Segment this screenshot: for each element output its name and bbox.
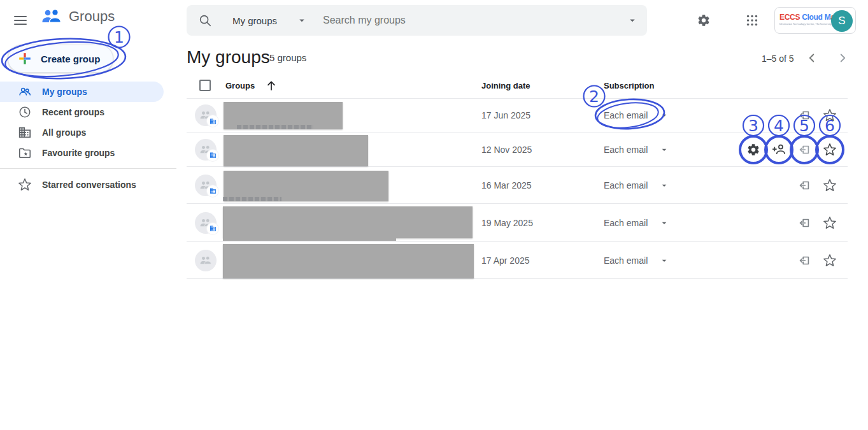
leave-group-button[interactable]: [793, 211, 816, 234]
subscription-dropdown[interactable]: Each email: [604, 145, 669, 155]
organization-badge-icon: [207, 150, 218, 161]
google-plus-icon: [18, 52, 32, 66]
subscription-dropdown[interactable]: Each email: [604, 218, 669, 228]
joining-date: 19 May 2025: [481, 218, 533, 228]
subscription-value: Each email: [604, 145, 648, 155]
organization-badge-icon: [207, 115, 218, 127]
sidebar-item-recent-groups[interactable]: Recent groups: [0, 102, 164, 122]
sidebar-item-label: Favourite groups: [42, 148, 115, 158]
chevron-down-icon: [659, 145, 669, 155]
sidebar-divider: [0, 168, 176, 169]
subscription-value: Each email: [604, 255, 648, 266]
sidebar: Create group My groups Recent groups All…: [0, 41, 176, 430]
redacted-text-peek: [237, 125, 313, 129]
chevron-right-icon: [836, 51, 850, 65]
app-logo: Groups: [39, 8, 115, 25]
sidebar-item-all-groups[interactable]: All groups: [0, 122, 164, 143]
redacted-group-name: [223, 206, 473, 238]
leave-group-button[interactable]: [793, 104, 816, 127]
table-row[interactable]: 12 Nov 2025 Each email: [187, 133, 848, 167]
table-row[interactable]: 17 Apr 2025 Each email: [187, 242, 848, 279]
sidebar-item-label: Recent groups: [42, 107, 104, 117]
exit-icon: [797, 254, 811, 268]
table-row[interactable]: 17 Jun 2025 Each email: [187, 99, 848, 133]
previous-page-button[interactable]: [799, 45, 825, 71]
exit-icon: [797, 216, 811, 230]
person-add-icon: [772, 142, 786, 157]
joining-date: 17 Jun 2025: [481, 110, 530, 120]
column-header-groups[interactable]: Groups: [225, 81, 255, 90]
groups-logo-icon: [39, 8, 64, 25]
sidebar-item-label: Starred conversations: [42, 180, 136, 190]
star-group-button[interactable]: [818, 138, 841, 161]
sort-ascending-arrow-icon[interactable]: [264, 78, 278, 92]
create-group-label: Create group: [41, 54, 100, 64]
group-avatar: [195, 139, 217, 161]
organization-badge-icon: [207, 223, 218, 234]
main-content: My groups 5 groups 1–5 of 5 Groups Joini…: [187, 0, 862, 430]
folder-star-icon: [18, 146, 32, 160]
redacted-group-name: [223, 236, 396, 241]
group-count: 5 groups: [269, 52, 306, 63]
star-group-button[interactable]: [818, 211, 841, 234]
subscription-dropdown[interactable]: Each email: [604, 255, 669, 266]
joining-date: 12 Nov 2025: [481, 145, 532, 155]
star-icon: [823, 216, 837, 230]
star-icon: [18, 178, 32, 192]
star-group-button[interactable]: [818, 249, 841, 272]
create-group-button[interactable]: Create group: [8, 45, 113, 73]
group-avatar: [195, 212, 217, 234]
leave-group-button[interactable]: [793, 174, 816, 197]
select-all-checkbox[interactable]: [199, 80, 211, 91]
sidebar-item-favourite-groups[interactable]: Favourite groups: [0, 143, 164, 163]
subscription-value: Each email: [604, 218, 648, 228]
sidebar-item-label: All groups: [42, 127, 86, 138]
star-icon: [823, 108, 837, 122]
redacted-group-name: [223, 244, 474, 278]
pagination-range: 1–5 of 5: [762, 54, 794, 64]
people-icon: [18, 85, 32, 99]
exit-icon: [797, 178, 811, 192]
subscription-dropdown[interactable]: Each email: [604, 180, 669, 190]
gear-icon: [746, 143, 760, 157]
joining-date: 16 Mar 2025: [481, 180, 532, 190]
joining-date: 17 Apr 2025: [481, 255, 530, 266]
sidebar-item-label: My groups: [42, 87, 87, 97]
chevron-down-icon: [659, 218, 669, 228]
leave-group-button[interactable]: [793, 138, 816, 161]
star-icon: [823, 178, 837, 192]
chevron-down-icon: [659, 110, 669, 120]
menu-icon[interactable]: [11, 11, 29, 29]
next-page-button[interactable]: [830, 45, 855, 71]
subscription-value: Each email: [604, 180, 648, 190]
building-icon: [18, 125, 32, 140]
group-avatar: [195, 250, 217, 271]
sidebar-item-my-groups[interactable]: My groups: [0, 82, 164, 102]
table-header: Groups Joining date Subscription: [187, 73, 848, 99]
page-title: My groups: [187, 47, 270, 68]
subscription-value: Each email: [604, 110, 648, 120]
sidebar-item-starred-conversations[interactable]: Starred conversations: [0, 175, 164, 195]
star-group-button[interactable]: [818, 174, 841, 197]
table-row[interactable]: 19 May 2025 Each email: [187, 204, 848, 242]
exit-icon: [797, 108, 811, 122]
redacted-text-peek: [223, 197, 281, 201]
star-group-button[interactable]: [818, 104, 841, 127]
app-name: Groups: [69, 8, 115, 25]
exit-icon: [797, 143, 811, 157]
column-header-joining-date: Joining date: [481, 81, 530, 90]
add-members-button[interactable]: [767, 138, 790, 161]
star-icon: [823, 254, 837, 268]
column-header-subscription: Subscription: [604, 81, 654, 90]
leave-group-button[interactable]: [793, 249, 816, 272]
chevron-left-icon: [805, 51, 819, 65]
group-avatar: [195, 175, 217, 196]
clock-icon: [18, 105, 32, 119]
table-row[interactable]: 16 Mar 2025 Each email: [187, 167, 848, 204]
group-settings-button[interactable]: [742, 138, 765, 161]
chevron-down-icon: [659, 180, 669, 190]
chevron-down-icon: [659, 255, 669, 266]
organization-badge-icon: [207, 185, 218, 197]
people-icon: [199, 255, 213, 266]
subscription-dropdown[interactable]: Each email: [604, 110, 669, 120]
